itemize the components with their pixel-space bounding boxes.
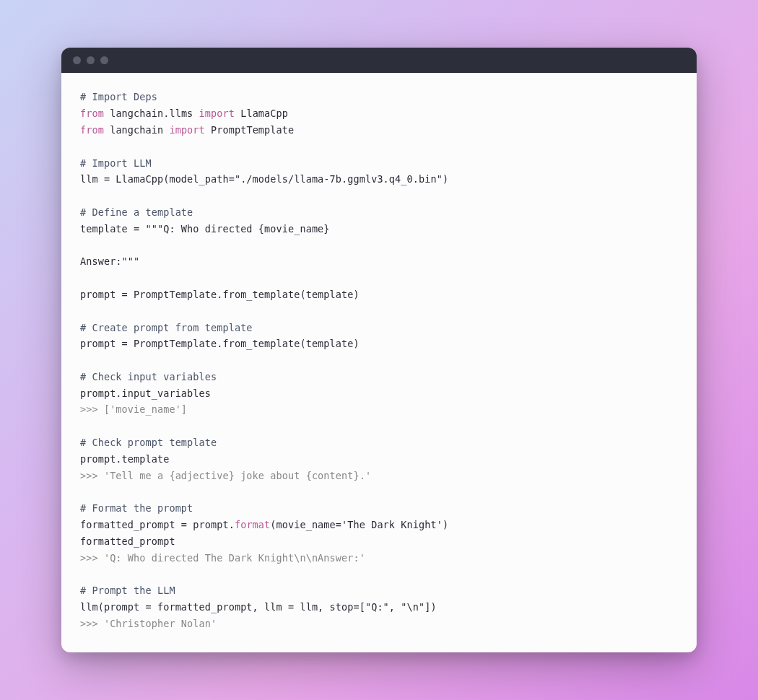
window-control-minimize[interactable] [87, 56, 95, 64]
code-text: llm(prompt = formatted_prompt, llm = llm… [80, 601, 437, 613]
code-line: # Prompt the LLM [80, 582, 678, 599]
code-line: # Import LLM [80, 155, 678, 172]
code-line: # Check input variables [80, 369, 678, 385]
code-line: prompt = PromptTemplate.from_template(te… [80, 336, 678, 352]
code-text: langchain [104, 124, 170, 136]
code-window: # Import Depsfrom langchain.llms import … [61, 48, 697, 652]
code-line [80, 270, 678, 286]
code-line: template = """Q: Who directed {movie_nam… [80, 221, 678, 237]
code-text: langchain.llms [104, 108, 199, 119]
code-text: formatted_prompt = prompt. [80, 519, 235, 530]
code-line: prompt.input_variables [80, 385, 678, 402]
code-function: format [235, 519, 270, 530]
code-line [80, 566, 678, 582]
code-line [80, 188, 678, 204]
code-line [80, 303, 678, 320]
code-line: from langchain import PromptTemplate [80, 122, 678, 139]
code-text: formatted_prompt [80, 535, 175, 547]
code-line: # Format the prompt [80, 500, 678, 517]
code-output: >>> 'Christopher Nolan' [80, 618, 217, 629]
window-titlebar [61, 48, 697, 73]
code-line: >>> 'Tell me a {adjective} joke about {c… [80, 468, 678, 484]
code-output: >>> 'Tell me a {adjective} joke about {c… [80, 470, 371, 481]
code-text: template = """Q: Who directed {movie_nam… [80, 223, 330, 235]
code-comment: # Import Deps [80, 91, 157, 102]
code-text: prompt.template [80, 453, 169, 465]
code-line: prompt = PromptTemplate.from_template(te… [80, 286, 678, 303]
code-line [80, 418, 678, 434]
code-line [80, 484, 678, 500]
code-text: prompt = PromptTemplate.from_template(te… [80, 338, 360, 349]
code-text: prompt = PromptTemplate.from_template(te… [80, 289, 360, 300]
code-comment: # Define a template [80, 206, 193, 218]
code-comment: # Import LLM [80, 157, 152, 169]
code-line: prompt.template [80, 451, 678, 468]
code-keyword: import [169, 124, 204, 136]
code-line: # Define a template [80, 204, 678, 221]
code-output: >>> ['movie_name'] [80, 403, 187, 415]
code-comment: # Check prompt template [80, 437, 217, 448]
code-comment: # Format the prompt [80, 502, 193, 514]
code-line: llm = LlamaCpp(model_path="./models/llam… [80, 171, 678, 188]
code-line: formatted_prompt = prompt.format(movie_n… [80, 517, 678, 533]
code-text: llm = LlamaCpp(model_path="./models/llam… [80, 173, 448, 185]
code-block: # Import Depsfrom langchain.llms import … [61, 73, 697, 652]
code-keyword: from [80, 108, 104, 119]
code-line [80, 139, 678, 155]
code-line: >>> ['movie_name'] [80, 401, 678, 418]
window-control-maximize[interactable] [100, 56, 108, 64]
code-line: # Check prompt template [80, 434, 678, 451]
code-text: PromptTemplate [205, 124, 294, 136]
code-line: from langchain.llms import LlamaCpp [80, 105, 678, 122]
code-keyword: from [80, 124, 104, 136]
code-line: formatted_prompt [80, 533, 678, 550]
code-line [80, 352, 678, 369]
code-text: prompt.input_variables [80, 388, 211, 399]
code-line: llm(prompt = formatted_prompt, llm = llm… [80, 599, 678, 616]
code-comment: # Create prompt from template [80, 322, 253, 333]
code-line [80, 237, 678, 254]
code-comment: # Prompt the LLM [80, 585, 175, 596]
code-text: (movie_name='The Dark Knight') [270, 519, 448, 530]
window-control-close[interactable] [73, 56, 81, 64]
code-keyword: import [199, 108, 235, 119]
code-comment: # Check input variables [80, 371, 217, 382]
code-line: Answer:""" [80, 253, 678, 270]
code-line: # Import Deps [80, 89, 678, 105]
code-line: # Create prompt from template [80, 320, 678, 336]
code-text: LlamaCpp [235, 108, 288, 119]
code-line: >>> 'Q: Who directed The Dark Knight\n\n… [80, 550, 678, 566]
code-output: >>> 'Q: Who directed The Dark Knight\n\n… [80, 552, 365, 564]
code-line: >>> 'Christopher Nolan' [80, 616, 678, 632]
code-text: Answer:""" [80, 255, 139, 267]
